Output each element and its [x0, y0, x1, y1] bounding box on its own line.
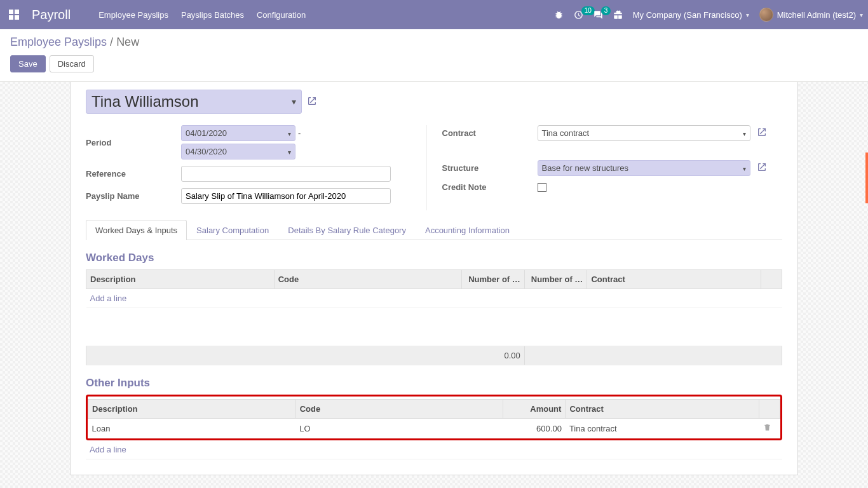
- footer-total: 0.00: [86, 346, 525, 365]
- col-number-of-hours[interactable]: Number of …: [524, 270, 587, 289]
- col-code[interactable]: Code: [295, 400, 503, 419]
- other-inputs-heading: Other Inputs: [86, 377, 782, 390]
- col-description[interactable]: Description: [88, 400, 296, 419]
- col-action: [759, 400, 780, 419]
- scrollbar-hint[interactable]: [865, 152, 868, 203]
- period-from-input[interactable]: 04/01/2020 ▾: [181, 125, 295, 141]
- caret-icon: ▾: [860, 11, 863, 18]
- cell-code[interactable]: LO: [295, 419, 503, 438]
- cell-description[interactable]: Loan: [88, 419, 296, 438]
- contract-select[interactable]: Tina contract ▾: [538, 125, 751, 141]
- period-label: Period: [86, 138, 181, 147]
- caret-icon: ▾: [746, 11, 749, 18]
- external-link-icon[interactable]: [757, 127, 767, 139]
- nav-menu-payslips-batches[interactable]: Payslips Batches: [181, 10, 244, 20]
- external-link-icon[interactable]: [307, 96, 317, 108]
- table-header-row: Description Code Number of … Number of ……: [86, 270, 782, 289]
- form-col-left: Period 04/01/2020 ▾ - 04/30/2020 ▾: [86, 125, 426, 210]
- breadcrumb-current: New: [116, 36, 139, 48]
- form-sheet: Tina Williamson ▾ Period 04/01/2020 ▾: [70, 82, 798, 475]
- form-col-right: Contract Tina contract ▾ Structure: [426, 125, 783, 210]
- col-action: [761, 270, 782, 289]
- payslip-name-label: Payslip Name: [86, 191, 181, 201]
- payslip-name-input[interactable]: [181, 188, 391, 204]
- action-buttons: Save Discard: [10, 55, 858, 72]
- navbar: Payroll Employee Payslips Payslips Batch…: [0, 0, 868, 29]
- col-code[interactable]: Code: [274, 270, 462, 289]
- nav-menu-configuration[interactable]: Configuration: [257, 10, 306, 20]
- tab-worked-days-inputs[interactable]: Worked Days & Inputs: [86, 220, 187, 240]
- tab-salary-computation[interactable]: Salary Computation: [187, 220, 278, 240]
- col-number-of-days[interactable]: Number of …: [462, 270, 525, 289]
- svg-rect-0: [9, 10, 13, 14]
- period-to-input[interactable]: 04/30/2020 ▾: [181, 144, 295, 159]
- table-row[interactable]: Loan LO 600.00 Tina contract: [88, 419, 780, 438]
- col-amount[interactable]: Amount: [503, 400, 566, 419]
- gift-icon[interactable]: [613, 10, 623, 20]
- contract-value: Tina contract: [542, 128, 590, 138]
- apps-menu-icon[interactable]: [5, 6, 23, 24]
- reference-input[interactable]: [181, 166, 391, 182]
- worked-days-table: Description Code Number of … Number of ……: [86, 269, 782, 365]
- brand[interactable]: Payroll: [32, 8, 71, 22]
- svg-rect-2: [9, 15, 13, 20]
- other-inputs-addline-table: Add a line: [86, 440, 782, 459]
- employee-value: Tina Williamson: [92, 93, 198, 110]
- tab-accounting-info[interactable]: Accounting Information: [416, 220, 519, 240]
- nav-menu: Employee Payslips Payslips Batches Confi…: [98, 10, 306, 20]
- employee-select[interactable]: Tina Williamson ▾: [86, 90, 302, 114]
- col-contract[interactable]: Contract: [566, 400, 759, 419]
- external-link-icon[interactable]: [757, 162, 767, 174]
- chevron-down-icon: ▾: [292, 97, 296, 107]
- employee-row: Tina Williamson ▾: [86, 90, 782, 114]
- tabs: Worked Days & Inputs Salary Computation …: [86, 219, 782, 240]
- col-description[interactable]: Description: [86, 270, 275, 289]
- contract-label: Contract: [442, 128, 538, 138]
- tab-details-rule-category[interactable]: Details By Salary Rule Category: [278, 220, 416, 240]
- activities-icon[interactable]: 10: [574, 10, 583, 20]
- user-label: Mitchell Admin (test2): [777, 10, 856, 20]
- nav-menu-employee-payslips[interactable]: Employee Payslips: [98, 10, 168, 20]
- cell-amount[interactable]: 600.00: [503, 419, 566, 438]
- user-menu[interactable]: Mitchell Admin (test2) ▾: [759, 8, 863, 22]
- period-to-value: 04/30/2020: [186, 147, 227, 156]
- nav-right: 10 3 My Company (San Francisco) ▾ Mitche…: [554, 8, 863, 22]
- company-label: My Company (San Francisco): [633, 10, 742, 20]
- table-footer-row: 0.00: [86, 346, 782, 365]
- svg-rect-1: [15, 10, 19, 14]
- delete-row-icon[interactable]: [759, 419, 780, 438]
- avatar: [759, 8, 773, 22]
- save-button[interactable]: Save: [10, 55, 46, 72]
- discuss-badge: 3: [601, 6, 611, 15]
- breadcrumb-parent[interactable]: Employee Payslips: [10, 36, 107, 48]
- other-inputs-highlight: Description Code Amount Contract Loan LO…: [86, 395, 782, 440]
- breadcrumb: Employee Payslips / New: [10, 36, 858, 49]
- add-line-other-inputs[interactable]: Add a line: [90, 445, 126, 454]
- col-contract[interactable]: Contract: [587, 270, 761, 289]
- breadcrumb-sep: /: [110, 36, 113, 48]
- discard-button[interactable]: Discard: [50, 55, 94, 72]
- structure-select[interactable]: Base for new structures ▾: [538, 160, 751, 176]
- structure-label: Structure: [442, 163, 538, 173]
- table-row: Add a line: [86, 440, 782, 459]
- bug-icon[interactable]: [554, 10, 564, 20]
- structure-value: Base for new structures: [542, 163, 629, 173]
- add-line-worked-days[interactable]: Add a line: [90, 294, 127, 303]
- reference-label: Reference: [86, 169, 181, 179]
- cell-contract[interactable]: Tina contract: [566, 419, 759, 438]
- credit-note-checkbox[interactable]: [538, 183, 546, 192]
- svg-rect-3: [15, 15, 19, 20]
- period-from-value: 04/01/2020: [186, 128, 227, 138]
- chevron-down-icon: ▾: [288, 148, 291, 155]
- table-row: Add a line: [86, 289, 782, 308]
- chevron-down-icon: ▾: [288, 130, 291, 137]
- table-spacer: [86, 308, 782, 346]
- credit-note-label: Credit Note: [442, 182, 538, 192]
- discuss-icon[interactable]: 3: [593, 10, 603, 20]
- control-panel: Employee Payslips / New Save Discard: [0, 29, 868, 82]
- table-header-row: Description Code Amount Contract: [88, 400, 780, 419]
- other-inputs-table: Description Code Amount Contract Loan LO…: [88, 399, 780, 438]
- period-sep: -: [298, 128, 301, 138]
- worked-days-heading: Worked Days: [86, 252, 782, 264]
- company-selector[interactable]: My Company (San Francisco) ▾: [633, 10, 749, 20]
